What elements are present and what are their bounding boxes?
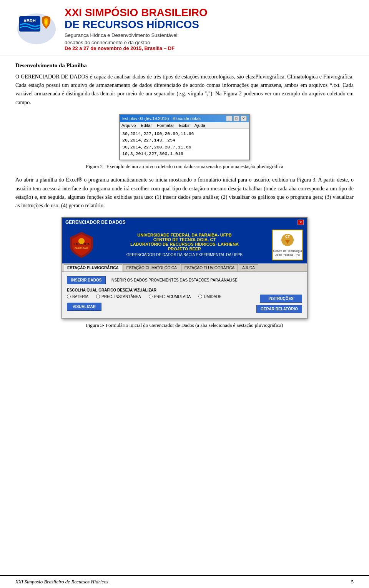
gerenciador-window: GERENCIADOR DE DADOS ✕ SAPIENTIA AEDIFIC… <box>62 217 308 319</box>
notepad-maximize-btn[interactable]: □ <box>233 116 239 121</box>
notepad-menu-arquivo[interactable]: Arquivo <box>121 123 136 128</box>
notepad-line-2: 20,2014,227,143,.254 <box>122 137 247 143</box>
ger-left-section: BATERIA PREC. INSTANTÂNEA PREC. ACUMULAD… <box>67 295 256 315</box>
notepad-line-1: 30,2014,227,100,20.69,11.66 <box>122 130 247 137</box>
notepad-line-3: 30,2014,227,200,20.7,11.66 <box>122 144 247 150</box>
ger-radio-circle-prec-inst <box>96 295 100 298</box>
ger-instrucoes-btn[interactable]: INSTRUÇÕES <box>260 295 302 303</box>
svg-text:ABRH: ABRH <box>23 18 36 23</box>
footer-page: 5 <box>351 579 354 585</box>
ger-inserir-btn[interactable]: INSERIR DADOS <box>67 276 106 284</box>
section-title: Desenvolvimento da Planilha <box>15 62 354 69</box>
ger-radio-umidade[interactable]: UMIDADE <box>198 295 221 299</box>
ger-radio-bateria[interactable]: BATERIA <box>67 295 88 299</box>
footer-text: XXI Simpósio Brasileiro de Recursos Hídr… <box>15 579 108 585</box>
ger-tab-ajuda[interactable]: AJUDA <box>239 264 258 272</box>
detected-text-as: as <box>15 203 20 208</box>
notepad-content: 30,2014,227,100,20.69,11.66 20,2014,227,… <box>120 129 249 160</box>
header-title-sub: DE RECURSOS HÍDRICOS <box>65 19 208 31</box>
notepad-menubar: Arquivo Editar Formatar Exibir Ajuda <box>120 122 249 129</box>
header-subtitle1: Segurança Hídrica e Desenvolvimento Sust… <box>65 32 208 38</box>
ger-radio-label-umidade: UMIDADE <box>204 295 221 299</box>
ger-header-banner: SAPIENTIA AEDIFICAT UNIVERSIDADE FEDERAL… <box>62 227 307 263</box>
notepad-title: Est pluv 03 (fev.19.2015) - Bloco de not… <box>122 116 201 121</box>
ger-visualizar-row: VISUALIZAR <box>67 303 256 311</box>
ger-radio-circle-prec-acum <box>149 295 153 298</box>
ger-inserir-label: INSERIR OS DADOS PROVENIENTES DAS ESTAÇÕ… <box>110 278 237 282</box>
ger-univ-line4: PROJETO BEER <box>97 247 272 251</box>
ger-univ-line5: GERENCIADOR DE DADOS DA BACIA EXPERIMENT… <box>97 253 272 257</box>
ger-visualizar-btn[interactable]: VISUALIZAR <box>67 303 101 311</box>
notepad-window: Est pluv 03 (fev.19.2015) - Bloco de not… <box>119 114 250 160</box>
ger-title: GERENCIADOR DE DADOS <box>65 220 126 225</box>
notepad-menu-ajuda[interactable]: Ajuda <box>194 123 205 128</box>
ger-radio-prec-inst[interactable]: PREC. INSTANTÂNEA <box>96 295 141 299</box>
ger-univ-line1: UNIVERSIDADE FEDERAL DA PARAÍBA- UFPB <box>97 233 272 237</box>
ger-univ-line2: CENTRO DE TECNOLOGIA- CT <box>97 237 272 242</box>
ger-tab-pluviografica[interactable]: ESTAÇÃO PLUVIOGRÁFICA <box>64 264 122 272</box>
ger-radio-label-prec-acum: PREC. ACUMULADA <box>154 295 191 299</box>
ger-radio-circle-bateria <box>67 295 71 298</box>
header-subtitle2: desafios do conhecimento e da gestão <box>65 40 208 45</box>
ger-inserir-row: INSERIR DADOS INSERIR OS DADOS PROVENIEN… <box>67 276 302 284</box>
notepad-window-controls: _ □ ✕ <box>226 116 247 121</box>
notepad-minimize-btn[interactable]: _ <box>226 116 232 121</box>
ger-tab-climatologica[interactable]: ESTAÇÃO CLIMATOLÓGICA <box>123 264 180 272</box>
notepad-menu-editar[interactable]: Editar <box>141 123 152 128</box>
svg-text:AEDIFICAT: AEDIFICAT <box>75 247 89 249</box>
ger-shield-logo: SAPIENTIA AEDIFICAT <box>66 230 97 260</box>
ger-radio-circle-umidade <box>198 295 202 298</box>
ger-close-btn[interactable]: ✕ <box>298 220 304 225</box>
figure3-caption: Figura 3- Formulário inicial do Gerencia… <box>15 322 354 328</box>
gerenciador-figure: GERENCIADOR DE DADOS ✕ SAPIENTIA AEDIFIC… <box>15 217 354 319</box>
ger-grafico-label: ESCOLHA QUAL GRÁFICO DESEJA VIZUALIZAR <box>67 288 302 292</box>
main-content: Desenvolvimento da Planilha O GERENCIADO… <box>0 62 369 346</box>
page-header: ABRH XXI SIMPÓSIO BRASILEIRO DE RECURSOS… <box>0 0 369 55</box>
notepad-line-4: 10,3,2014,227,300,1.016 <box>122 150 247 157</box>
svg-point-5 <box>78 238 85 244</box>
ger-radio-label-bateria: BATERIA <box>72 295 88 299</box>
ger-bottom-section: BATERIA PREC. INSTANTÂNEA PREC. ACUMULAD… <box>67 295 302 315</box>
ger-titlebar: GERENCIADOR DE DADOS ✕ <box>62 218 307 227</box>
figure2-caption: Figura 2 –Exemplo de um arquivo coletado… <box>15 163 354 170</box>
ger-relatorio-btn[interactable]: GERAR RELATÓRIO <box>256 305 302 313</box>
notepad-titlebar: Est pluv 03 (fev.19.2015) - Bloco de not… <box>120 115 249 122</box>
ger-univ-line3: LABORATÓRIO DE RECURSOS HÍDRICOS- LARHEN… <box>97 242 272 247</box>
header-title-main: XXI SIMPÓSIO BRASILEIRO <box>65 7 208 19</box>
ger-body: INSERIR DADOS INSERIR OS DADOS PROVENIEN… <box>62 272 307 318</box>
ger-tabs: ESTAÇÃO PLUVIOGRÁFICA ESTAÇÃO CLIMATOLÓG… <box>62 263 307 272</box>
svg-text:CT: CT <box>285 235 290 238</box>
notepad-menu-formatar[interactable]: Formatar <box>157 123 174 128</box>
page-footer: XXI Simpósio Brasileiro de Recursos Hídr… <box>0 575 369 588</box>
ger-right-buttons: INSTRUÇÕES GERAR RELATÓRIO <box>256 295 302 313</box>
ger-radio-prec-acum[interactable]: PREC. ACUMULADA <box>149 295 191 299</box>
ger-tab-fluviografica[interactable]: ESTAÇÃO FLUVIOGRÁFICA <box>181 264 238 272</box>
notepad-close-btn[interactable]: ✕ <box>241 116 247 121</box>
body-paragraph-1: O GERENCIADOR DE DADOS é capaz de analis… <box>15 73 354 107</box>
header-text-block: XXI SIMPÓSIO BRASILEIRO DE RECURSOS HÍDR… <box>65 7 208 51</box>
ger-center-text: UNIVERSIDADE FEDERAL DA PARAÍBA- UFPB CE… <box>97 233 272 257</box>
notepad-menu-exibir[interactable]: Exibir <box>179 123 190 128</box>
ger-radio-label-prec-inst: PREC. INSTANTÂNEA <box>101 295 141 299</box>
notepad-figure: Est pluv 03 (fev.19.2015) - Bloco de not… <box>15 114 354 160</box>
ger-radio-row: BATERIA PREC. INSTANTÂNEA PREC. ACUMULAD… <box>67 295 256 299</box>
ger-ct-logo: CT Centro de TecnologiaJoão Pessoa - PB <box>272 230 303 260</box>
abrh-logo: ABRH <box>15 12 58 46</box>
body-paragraph-2: Ao abrir a planilha do Excel® o programa… <box>15 176 354 210</box>
header-date: De 22 a 27 de novembro de 2015, Brasília… <box>65 45 208 51</box>
